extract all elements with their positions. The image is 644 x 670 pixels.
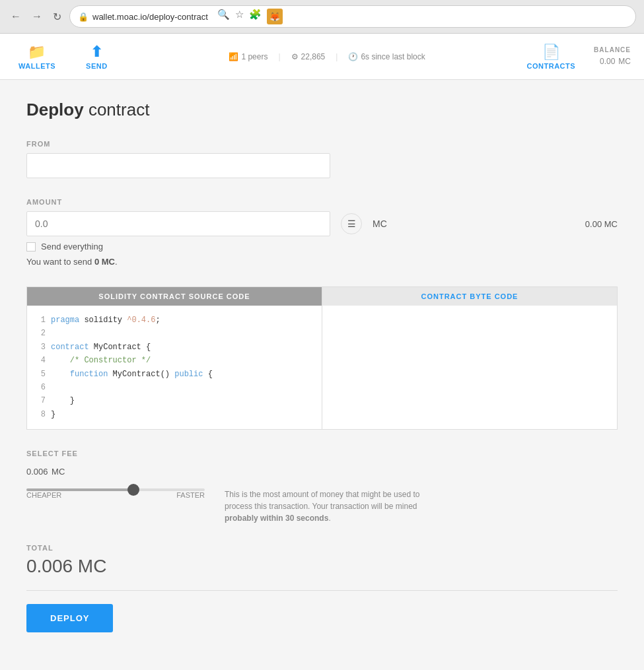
- fee-slider-container: CHEAPER FASTER: [26, 488, 205, 499]
- contracts-icon: 📄: [542, 44, 561, 61]
- send-icon: ⬆: [90, 44, 103, 61]
- peers-status: 📶 1 peers: [229, 52, 268, 61]
- browser-chrome: ← → ↻ 🔒 wallet.moac.io/deploy-contract 🔍…: [0, 0, 644, 34]
- refresh-button[interactable]: ↻: [50, 11, 64, 23]
- app-header: 📁 WALLETS ⬆ SEND 📶 1 peers | ⚙ 22,865 | …: [0, 34, 644, 80]
- url-text: wallet.moac.io/deploy-contract: [92, 12, 208, 22]
- star-icon[interactable]: ☆: [235, 9, 244, 24]
- send-info: You want to send 0 MC.: [26, 257, 618, 267]
- total-amount: 0.006 MC: [26, 556, 618, 577]
- code-area[interactable]: 1 pragma solidity ^0.4.6; 2 3 contract M…: [27, 306, 322, 429]
- wallet-extension-icon[interactable]: 🦊: [267, 9, 283, 24]
- lock-icon: 🔒: [78, 12, 89, 22]
- code-section: SOLIDITY CONTRACT SOURCE CODE 1 pragma s…: [26, 286, 618, 430]
- contracts-nav[interactable]: 📄 CONTRACTS: [522, 44, 581, 70]
- bytecode-panel: CONTRACT BYTE CODE: [322, 286, 618, 430]
- status-bar: 📶 1 peers | ⚙ 22,865 | 🕐 6s since last b…: [133, 52, 522, 61]
- total-section: TOTAL 0.006 MC: [26, 544, 618, 577]
- fee-labels: CHEAPER FASTER: [26, 491, 205, 499]
- divider: [26, 590, 618, 591]
- deploy-button[interactable]: DEPLOY: [26, 604, 113, 632]
- send-everything-row: Send everything: [26, 242, 618, 251]
- main-content: Deploy contract FROM AMOUNT ☰ MC 0.00 MC…: [0, 80, 644, 670]
- signal-icon: 📶: [229, 52, 238, 61]
- from-input[interactable]: [26, 153, 330, 178]
- amount-row: ☰ MC 0.00 MC: [26, 211, 618, 236]
- extension-icon[interactable]: 🧩: [249, 9, 262, 24]
- bytecode-area[interactable]: [322, 306, 617, 411]
- menu-icon: ☰: [347, 218, 356, 229]
- contracts-label: CONTRACTS: [527, 62, 576, 70]
- fee-amount: 0.006 MC: [26, 463, 618, 478]
- amount-label: AMOUNT: [26, 198, 618, 206]
- send-everything-checkbox[interactable]: [26, 242, 36, 251]
- wallets-nav[interactable]: 📁 WALLETS: [13, 44, 61, 70]
- address-bar[interactable]: 🔒 wallet.moac.io/deploy-contract 🔍 ☆ 🧩 🦊: [69, 5, 636, 28]
- balance-display: 0.00 MC: [585, 219, 618, 229]
- clock-icon: 🕐: [348, 52, 358, 61]
- amount-section: AMOUNT ☰ MC 0.00 MC Send everything You …: [26, 198, 618, 267]
- back-button[interactable]: ←: [8, 11, 24, 22]
- fee-section: SELECT FEE 0.006 MC CHEAPER FASTER This …: [26, 450, 618, 524]
- code-line: 7 }: [35, 394, 314, 407]
- send-nav[interactable]: ⬆ SEND: [81, 44, 113, 70]
- total-label: TOTAL: [26, 544, 618, 552]
- bytecode-tab[interactable]: CONTRACT BYTE CODE: [322, 287, 617, 306]
- code-line: 5 function MyContract() public {: [35, 368, 314, 381]
- code-line: 4 /* Constructor */: [35, 354, 314, 367]
- fee-slider-thumb[interactable]: [127, 484, 139, 496]
- search-icon[interactable]: 🔍: [217, 9, 230, 24]
- separator1: |: [278, 52, 280, 61]
- wallets-icon: 📁: [28, 44, 46, 61]
- code-line: 1 pragma solidity ^0.4.6;: [35, 314, 314, 327]
- solidity-panel: SOLIDITY CONTRACT SOURCE CODE 1 pragma s…: [26, 286, 322, 430]
- solidity-tab[interactable]: SOLIDITY CONTRACT SOURCE CODE: [27, 287, 322, 306]
- currency-selector[interactable]: ☰: [341, 213, 362, 234]
- code-line: 8 }: [35, 408, 314, 421]
- blocks-status: ⚙ 22,865: [291, 52, 326, 61]
- send-everything-label: Send everything: [41, 242, 103, 251]
- page-title: Deploy contract: [26, 100, 618, 120]
- blocks-icon: ⚙: [291, 52, 299, 61]
- faster-label: FASTER: [176, 491, 205, 499]
- balance-section: BALANCE 0.00 MC: [594, 46, 631, 67]
- code-line: 3 contract MyContract {: [35, 341, 314, 354]
- amount-input[interactable]: [26, 211, 330, 236]
- from-label: FROM: [26, 140, 618, 148]
- fee-label: SELECT FEE: [26, 450, 618, 457]
- cheaper-label: CHEAPER: [26, 491, 61, 499]
- forward-button[interactable]: →: [29, 11, 45, 22]
- code-line: 2: [35, 327, 314, 340]
- fee-info-text: This is the most amount of money that mi…: [225, 488, 449, 524]
- code-line: 6: [35, 381, 314, 394]
- separator2: |: [336, 52, 338, 61]
- block-time-status: 🕐 6s since last block: [348, 52, 425, 61]
- fee-row: CHEAPER FASTER This is the most amount o…: [26, 488, 618, 524]
- balance-label: BALANCE: [594, 46, 631, 53]
- fee-slider-track: [26, 488, 133, 491]
- wallets-label: WALLETS: [18, 62, 55, 70]
- from-section: FROM: [26, 140, 618, 178]
- fee-slider[interactable]: [26, 488, 205, 491]
- send-label: SEND: [86, 62, 108, 70]
- balance-amount: 0.00 MC: [594, 53, 631, 67]
- currency-label: MC: [373, 218, 387, 229]
